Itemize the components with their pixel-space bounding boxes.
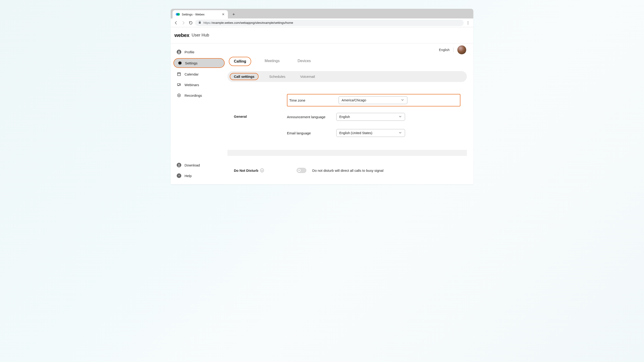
browser-tab[interactable]: Settings - Webex ✕ [172,10,228,19]
help-icon: ? [177,173,181,178]
divider [453,48,454,52]
sidebar-item-settings[interactable]: Settings [174,58,225,68]
svg-point-4 [178,95,180,96]
chevron-down-icon [401,98,404,103]
page: webex User Hub Profile [171,27,473,184]
field-label-email-language: Email language [287,131,333,135]
back-button[interactable] [173,20,179,26]
select-timezone[interactable]: America/Chicago [338,96,407,104]
tab-strip: Settings - Webex ✕ [171,9,473,19]
sidebar-item-recordings[interactable]: Recordings [174,91,225,100]
new-tab-button[interactable] [230,11,237,18]
sidebar-item-label: Recordings [184,94,202,97]
top-right-controls: English [439,45,466,55]
sidebar-item-label: Profile [184,50,194,54]
svg-point-2 [468,24,468,24]
field-label-announcement: Announcement language [287,115,333,119]
reload-button[interactable] [188,20,194,26]
sidebar-item-label: Download [184,163,200,167]
browser-window: Settings - Webex ✕ https://exampl [171,9,473,184]
subtab-schedules[interactable]: Schedules [265,73,290,80]
chevron-down-icon [398,131,402,135]
sidebar-item-label: Calendar [184,72,198,76]
toggle-dnd[interactable]: ✕ [297,168,306,173]
select-value: English [339,115,350,119]
select-value: America/Chicago [342,98,366,102]
brand-subtitle: User Hub [192,33,209,38]
avatar[interactable] [457,45,466,55]
select-email-language[interactable]: English (United States) [336,129,405,137]
svg-point-0 [468,21,468,22]
select-value: English (United States) [339,131,372,135]
content-area: English Calling Meetings Devices Call se… [228,43,473,184]
sidebar-item-help[interactable]: ? Help [174,171,225,180]
sidebar-item-label: Webinars [184,83,199,87]
svg-text:?: ? [178,175,180,177]
tab-meetings[interactable]: Meetings [260,57,284,66]
lock-icon [198,21,202,25]
download-icon [177,163,181,167]
webinars-icon [177,82,181,87]
browser-menu-button[interactable] [465,20,471,26]
sidebar-item-webinars[interactable]: Webinars [174,80,225,89]
plus-icon [232,13,236,16]
kebab-icon [466,21,470,25]
svg-point-1 [468,23,468,23]
dnd-title-text: Do Not Disturb [234,169,258,172]
browser-toolbar: https://example.webex.com/webappng/sites… [171,19,473,27]
select-announcement-language[interactable]: English [336,113,405,121]
info-icon[interactable]: i [260,169,264,172]
calendar-icon [177,72,181,76]
arrow-left-icon [174,21,178,25]
subtab-voicemail[interactable]: Voicemail [296,73,319,80]
url-bar[interactable]: https://example.webex.com/webappng/sites… [195,20,464,26]
language-selector[interactable]: English [439,48,450,52]
section-gap [228,150,467,156]
chevron-down-icon [398,115,402,119]
sidebar: Profile Settings Calendar [171,43,228,184]
webex-icon [176,12,180,17]
reload-icon [189,21,193,25]
section-title-dnd: Do Not Disturb i [234,169,264,172]
row-email-language: Email language English (United States) [287,127,460,139]
brand-logo-text: webex [174,32,189,38]
arrow-right-icon [181,21,186,25]
subtab-call-settings[interactable]: Call settings [230,73,258,80]
close-icon[interactable]: ✕ [222,13,225,16]
tab-devices[interactable]: Devices [293,57,315,66]
sidebar-item-label: Settings [185,61,198,65]
tab-calling[interactable]: Calling [229,57,251,66]
highlight-timezone: Time zone America/Chicago [287,94,460,106]
sidebar-item-calendar[interactable]: Calendar [174,70,225,79]
recordings-icon [177,93,181,98]
field-label-timezone: Time zone [289,98,336,102]
gear-icon [177,61,182,65]
main-tabs: Calling Meetings Devices [228,57,467,66]
person-icon [177,50,181,54]
sub-tabs: Call settings Schedules Voicemail [228,71,467,82]
tab-title: Settings - Webex [182,13,220,16]
panel-dnd: Do Not Disturb i ✕ Do not disturb will d… [228,163,467,182]
section-title-general: General [234,94,285,139]
panel-general: General Time zone America/Chicago [228,89,467,146]
sidebar-item-download[interactable]: Download [174,161,225,169]
row-announcement-language: Announcement language English [287,111,460,123]
dnd-description: Do not disturb will direct all calls to … [312,169,383,172]
toggle-knob: ✕ [297,169,301,172]
sidebar-item-profile[interactable]: Profile [174,48,225,56]
sidebar-item-label: Help [184,174,192,178]
url-text: https://example.webex.com/webappng/sites… [204,21,461,25]
forward-button[interactable] [180,20,186,26]
app-header: webex User Hub [171,27,473,43]
